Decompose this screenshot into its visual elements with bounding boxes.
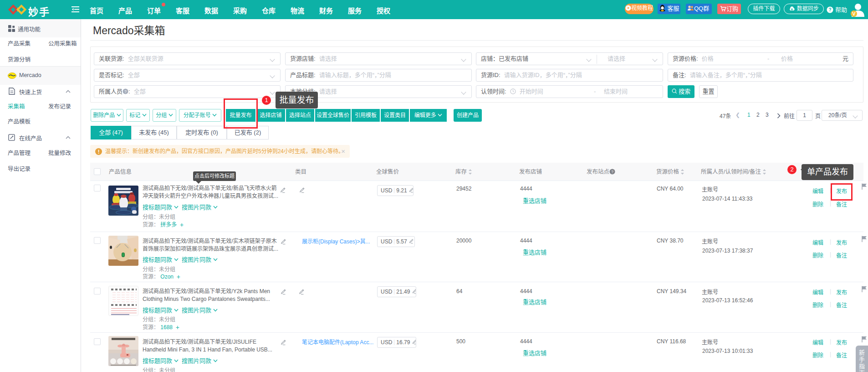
svg-text:?: ? bbox=[829, 7, 832, 12]
svg-text:?: ? bbox=[611, 170, 613, 174]
svg-text:?: ? bbox=[124, 89, 127, 94]
svg-text:V: V bbox=[852, 11, 856, 16]
